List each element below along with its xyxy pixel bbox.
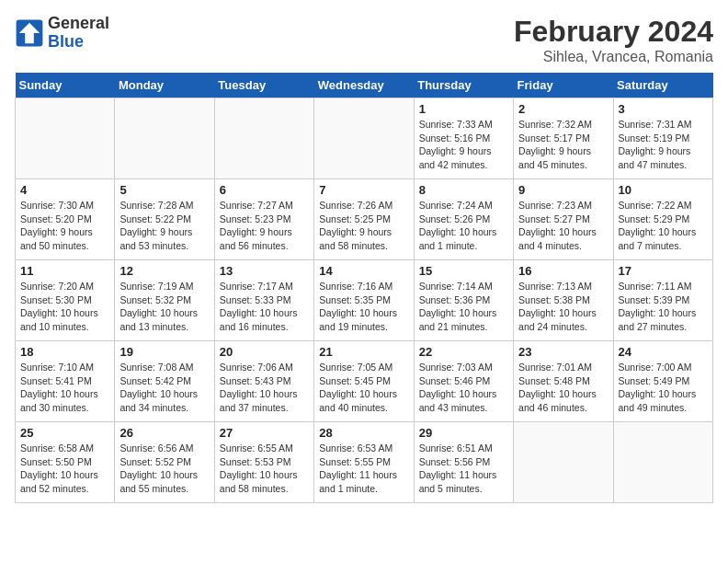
cell-info: Sunrise: 7:11 AM Sunset: 5:39 PM Dayligh… [619, 280, 708, 334]
cell-info: Sunrise: 7:32 AM Sunset: 5:17 PM Dayligh… [518, 118, 608, 172]
day-number: 20 [220, 345, 309, 359]
calendar-cell: 18Sunrise: 7:10 AM Sunset: 5:41 PM Dayli… [16, 341, 115, 422]
cell-info: Sunrise: 7:10 AM Sunset: 5:41 PM Dayligh… [20, 361, 109, 415]
cell-info: Sunrise: 7:01 AM Sunset: 5:48 PM Dayligh… [518, 361, 608, 415]
calendar-cell [314, 98, 414, 179]
calendar-cell: 8Sunrise: 7:24 AM Sunset: 5:26 PM Daylig… [414, 179, 513, 260]
week-row-2: 11Sunrise: 7:20 AM Sunset: 5:30 PM Dayli… [16, 260, 713, 341]
cell-info: Sunrise: 7:24 AM Sunset: 5:26 PM Dayligh… [419, 199, 508, 253]
cell-info: Sunrise: 6:55 AM Sunset: 5:53 PM Dayligh… [220, 442, 309, 496]
calendar-cell [514, 422, 613, 503]
cell-info: Sunrise: 7:27 AM Sunset: 5:23 PM Dayligh… [220, 199, 309, 253]
calendar-cell: 7Sunrise: 7:26 AM Sunset: 5:25 PM Daylig… [314, 179, 414, 260]
calendar-cell: 25Sunrise: 6:58 AM Sunset: 5:50 PM Dayli… [16, 422, 115, 503]
cell-info: Sunrise: 6:53 AM Sunset: 5:55 PM Dayligh… [319, 442, 408, 496]
day-number: 24 [619, 345, 708, 359]
day-number: 11 [20, 264, 109, 278]
cell-info: Sunrise: 7:19 AM Sunset: 5:32 PM Dayligh… [119, 280, 209, 334]
calendar-cell: 5Sunrise: 7:28 AM Sunset: 5:22 PM Daylig… [115, 179, 214, 260]
week-row-0: 1Sunrise: 7:33 AM Sunset: 5:16 PM Daylig… [16, 98, 713, 179]
calendar-cell: 29Sunrise: 6:51 AM Sunset: 5:56 PM Dayli… [414, 422, 513, 503]
cell-info: Sunrise: 7:23 AM Sunset: 5:27 PM Dayligh… [518, 199, 608, 253]
cell-info: Sunrise: 6:51 AM Sunset: 5:56 PM Dayligh… [419, 442, 508, 496]
calendar-cell: 13Sunrise: 7:17 AM Sunset: 5:33 PM Dayli… [214, 260, 313, 341]
calendar-cell: 21Sunrise: 7:05 AM Sunset: 5:45 PM Dayli… [314, 341, 414, 422]
logo-text: General Blue [48, 15, 109, 52]
day-number: 16 [518, 264, 608, 278]
day-number: 19 [119, 345, 209, 359]
day-number: 13 [220, 264, 309, 278]
calendar-cell: 12Sunrise: 7:19 AM Sunset: 5:32 PM Dayli… [115, 260, 214, 341]
calendar-cell: 11Sunrise: 7:20 AM Sunset: 5:30 PM Dayli… [16, 260, 115, 341]
day-number: 25 [20, 426, 109, 440]
day-number: 17 [619, 264, 708, 278]
cell-info: Sunrise: 7:14 AM Sunset: 5:36 PM Dayligh… [419, 280, 508, 334]
day-number: 29 [419, 426, 508, 440]
cell-info: Sunrise: 7:17 AM Sunset: 5:33 PM Dayligh… [220, 280, 309, 334]
logo-icon [15, 18, 44, 48]
calendar-cell: 17Sunrise: 7:11 AM Sunset: 5:39 PM Dayli… [613, 260, 712, 341]
cell-info: Sunrise: 7:26 AM Sunset: 5:25 PM Dayligh… [319, 199, 408, 253]
day-number: 4 [20, 183, 109, 197]
day-number: 28 [319, 426, 408, 440]
calendar-cell: 28Sunrise: 6:53 AM Sunset: 5:55 PM Dayli… [314, 422, 414, 503]
day-number: 6 [220, 183, 309, 197]
cell-info: Sunrise: 7:31 AM Sunset: 5:19 PM Dayligh… [619, 118, 708, 172]
cell-info: Sunrise: 7:30 AM Sunset: 5:20 PM Dayligh… [20, 199, 109, 253]
title-area: February 2024 Sihlea, Vrancea, Romania [514, 15, 713, 65]
day-number: 10 [619, 183, 708, 197]
day-number: 14 [319, 264, 408, 278]
calendar-table: SundayMondayTuesdayWednesdayThursdayFrid… [15, 73, 713, 503]
week-row-4: 25Sunrise: 6:58 AM Sunset: 5:50 PM Dayli… [16, 422, 713, 503]
header-day-wednesday: Wednesday [314, 73, 414, 98]
day-number: 12 [119, 264, 209, 278]
cell-info: Sunrise: 7:28 AM Sunset: 5:22 PM Dayligh… [119, 199, 209, 253]
day-number: 7 [319, 183, 408, 197]
cell-info: Sunrise: 7:20 AM Sunset: 5:30 PM Dayligh… [20, 280, 109, 334]
day-number: 23 [518, 345, 608, 359]
cell-info: Sunrise: 7:03 AM Sunset: 5:46 PM Dayligh… [419, 361, 508, 415]
calendar-cell [214, 98, 313, 179]
cell-info: Sunrise: 7:00 AM Sunset: 5:49 PM Dayligh… [619, 361, 708, 415]
day-number: 21 [319, 345, 408, 359]
header-day-sunday: Sunday [16, 73, 115, 98]
calendar-cell: 14Sunrise: 7:16 AM Sunset: 5:35 PM Dayli… [314, 260, 414, 341]
cell-info: Sunrise: 7:05 AM Sunset: 5:45 PM Dayligh… [319, 361, 408, 415]
header-day-saturday: Saturday [613, 73, 712, 98]
cell-info: Sunrise: 7:06 AM Sunset: 5:43 PM Dayligh… [220, 361, 309, 415]
week-row-1: 4Sunrise: 7:30 AM Sunset: 5:20 PM Daylig… [16, 179, 713, 260]
calendar-cell: 20Sunrise: 7:06 AM Sunset: 5:43 PM Dayli… [214, 341, 313, 422]
day-number: 18 [20, 345, 109, 359]
calendar-cell: 23Sunrise: 7:01 AM Sunset: 5:48 PM Dayli… [514, 341, 613, 422]
day-number: 1 [419, 102, 508, 116]
cell-info: Sunrise: 7:22 AM Sunset: 5:29 PM Dayligh… [619, 199, 708, 253]
header-day-monday: Monday [115, 73, 214, 98]
calendar-cell: 24Sunrise: 7:00 AM Sunset: 5:49 PM Dayli… [613, 341, 712, 422]
calendar-cell: 22Sunrise: 7:03 AM Sunset: 5:46 PM Dayli… [414, 341, 513, 422]
header-day-thursday: Thursday [414, 73, 513, 98]
header-row: SundayMondayTuesdayWednesdayThursdayFrid… [16, 73, 713, 98]
header: General Blue February 2024 Sihlea, Vranc… [15, 15, 713, 65]
cell-info: Sunrise: 6:56 AM Sunset: 5:52 PM Dayligh… [119, 442, 209, 496]
day-number: 3 [619, 102, 708, 116]
day-number: 22 [419, 345, 508, 359]
calendar-cell [16, 98, 115, 179]
day-number: 15 [419, 264, 508, 278]
cell-info: Sunrise: 7:13 AM Sunset: 5:38 PM Dayligh… [518, 280, 608, 334]
cell-info: Sunrise: 7:33 AM Sunset: 5:16 PM Dayligh… [419, 118, 508, 172]
calendar-cell: 27Sunrise: 6:55 AM Sunset: 5:53 PM Dayli… [214, 422, 313, 503]
calendar-cell: 26Sunrise: 6:56 AM Sunset: 5:52 PM Dayli… [115, 422, 214, 503]
calendar-cell: 1Sunrise: 7:33 AM Sunset: 5:16 PM Daylig… [414, 98, 513, 179]
cell-info: Sunrise: 6:58 AM Sunset: 5:50 PM Dayligh… [20, 442, 109, 496]
week-row-3: 18Sunrise: 7:10 AM Sunset: 5:41 PM Dayli… [16, 341, 713, 422]
day-number: 26 [119, 426, 209, 440]
calendar-cell: 6Sunrise: 7:27 AM Sunset: 5:23 PM Daylig… [214, 179, 313, 260]
calendar-cell: 9Sunrise: 7:23 AM Sunset: 5:27 PM Daylig… [514, 179, 613, 260]
main-title: February 2024 [514, 15, 713, 49]
day-number: 9 [518, 183, 608, 197]
day-number: 8 [419, 183, 508, 197]
calendar-cell: 16Sunrise: 7:13 AM Sunset: 5:38 PM Dayli… [514, 260, 613, 341]
calendar-cell: 10Sunrise: 7:22 AM Sunset: 5:29 PM Dayli… [613, 179, 712, 260]
cell-info: Sunrise: 7:08 AM Sunset: 5:42 PM Dayligh… [119, 361, 209, 415]
day-number: 2 [518, 102, 608, 116]
